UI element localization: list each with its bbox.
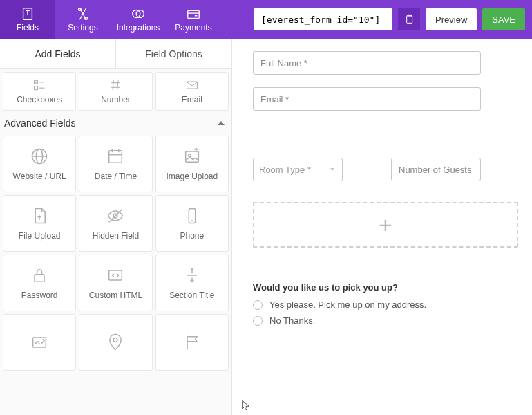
option-label: Yes please. Pick me up on my address. [269,299,426,310]
svg-point-38 [114,338,118,342]
top-toolbar: Fields Settings Integrations Payments Pr… [0,0,532,39]
svg-rect-24 [109,151,122,163]
section-title: Advanced Fields [4,118,76,129]
section-title-icon [182,266,202,285]
checkboxes-icon [32,78,46,92]
room-type-select[interactable]: Room Type * [253,158,343,181]
svg-rect-28 [185,151,198,162]
plus-icon: + [379,212,392,239]
field-phone[interactable]: Phone [155,195,229,252]
sidebar-tabs: Add Fields Field Options [0,39,231,69]
email-icon [185,78,199,92]
image-upload-icon [182,147,202,166]
nav-settings[interactable]: Settings [55,0,111,39]
copy-shortcode-button[interactable] [398,8,420,30]
field-custom-html[interactable]: Custom HTML [79,255,152,311]
radio-icon [253,316,263,326]
svg-point-4 [85,17,88,20]
nav-label: Payments [175,23,211,33]
tab-add-fields[interactable]: Add Fields [0,39,116,69]
pickup-option-yes[interactable]: Yes please. Pick me up on my address. [253,299,518,310]
field-website-url[interactable]: Website / URL [3,136,76,192]
file-upload-icon [30,206,49,225]
svg-line-19 [117,80,119,89]
field-extra-2[interactable] [79,314,152,371]
pickup-question: Would you like us to pick you up? [253,282,518,293]
room-type-placeholder: Room Type * [259,165,311,175]
location-icon [106,333,125,352]
number-icon [108,78,122,92]
radio-icon [253,300,263,310]
field-extra-3[interactable] [155,314,229,371]
settings-icon [75,6,91,21]
field-label: Checkboxes [17,95,62,104]
field-label: Date / Time [95,172,137,181]
phone-icon [182,206,202,225]
nav-payments[interactable]: Payments [166,0,221,39]
svg-line-18 [113,80,114,89]
advanced-fields-header[interactable]: Advanced Fields [0,111,231,133]
html-icon [106,266,125,285]
field-label: Hidden Field [93,231,139,241]
svg-rect-12 [35,80,38,84]
payments-icon [186,6,201,21]
field-label: Number [101,95,131,104]
fields-icon [20,6,35,21]
collapse-icon [218,121,225,125]
field-label: File Upload [19,231,61,241]
field-label: Custom HTML [89,290,142,300]
field-extra-1[interactable] [3,314,76,371]
svg-rect-7 [188,10,200,18]
signature-icon [30,333,49,352]
field-label: Password [21,290,58,300]
svg-rect-37 [33,338,46,347]
save-button[interactable]: SAVE [482,8,525,30]
field-label: Image Upload [166,172,218,181]
nav-integrations[interactable]: Integrations [111,0,166,39]
svg-rect-13 [35,86,38,90]
top-nav: Fields Settings Integrations Payments [0,0,221,39]
field-image-upload[interactable]: Image Upload [155,136,229,192]
lock-icon [30,266,49,285]
guests-input[interactable]: Number of Guests [391,158,481,181]
svg-rect-35 [109,270,122,280]
drop-zone[interactable]: + [253,202,518,248]
field-file-upload[interactable]: File Upload [3,195,76,252]
flag-icon [182,333,202,352]
shortcode-input[interactable] [254,8,392,30]
globe-icon [30,147,49,166]
form-field-email[interactable]: Email * [253,87,518,111]
fields-panel: Checkboxes Number Email Advanced Fields [0,69,231,415]
field-hidden[interactable]: Hidden Field [79,195,152,252]
sidebar: Add Fields Field Options Checkboxes Numb… [0,39,232,415]
nav-label: Fields [17,23,39,33]
nav-fields[interactable]: Fields [0,0,55,39]
tab-field-options[interactable]: Field Options [116,39,231,69]
svg-rect-34 [35,275,44,282]
field-checkboxes[interactable]: Checkboxes [3,72,76,111]
field-email[interactable]: Email [155,72,229,111]
calendar-icon [106,147,125,166]
chevron-down-icon [328,165,336,174]
email-input[interactable]: Email * [253,87,481,111]
field-password[interactable]: Password [3,255,76,311]
form-field-full-name[interactable]: Full Name * [253,51,518,75]
preview-button[interactable]: Preview [426,8,477,30]
nav-label: Settings [68,23,97,33]
field-number[interactable]: Number [79,72,152,111]
field-label: Email [182,95,202,104]
field-label: Section Title [169,290,214,300]
option-label: No Thanks. [269,315,315,326]
svg-point-29 [189,154,191,157]
pickup-option-no[interactable]: No Thanks. [253,315,518,326]
hidden-icon [106,206,125,225]
top-right: Preview SAVE [254,0,532,39]
svg-point-3 [79,8,82,11]
clipboard-icon [403,14,415,25]
form-canvas: Full Name * Email * Room Type * Number o… [232,39,532,415]
field-label: Phone [180,231,204,241]
full-name-input[interactable]: Full Name * [253,51,481,75]
field-date-time[interactable]: Date / Time [79,136,152,192]
field-section-title[interactable]: Section Title [155,255,229,311]
nav-label: Integrations [117,23,160,33]
